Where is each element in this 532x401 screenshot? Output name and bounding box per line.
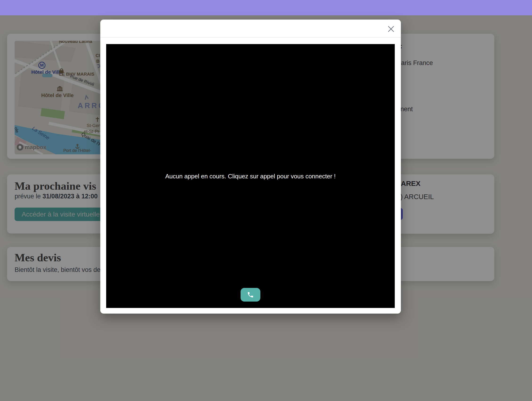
modal-header-divider	[100, 37, 401, 38]
close-icon	[387, 26, 394, 32]
no-call-message: Aucun appel en cours. Cliquez sur appel …	[106, 173, 395, 180]
app-page: Nouveau Latina M Hôtel de Ville LE BHV M…	[0, 0, 532, 401]
call-button[interactable]	[241, 288, 260, 302]
video-call-area: Aucun appel en cours. Cliquez sur appel …	[106, 44, 395, 308]
close-button[interactable]	[386, 24, 396, 34]
call-modal: Aucun appel en cours. Cliquez sur appel …	[100, 19, 401, 314]
app-header-bar	[0, 0, 532, 15]
phone-icon	[247, 291, 254, 298]
